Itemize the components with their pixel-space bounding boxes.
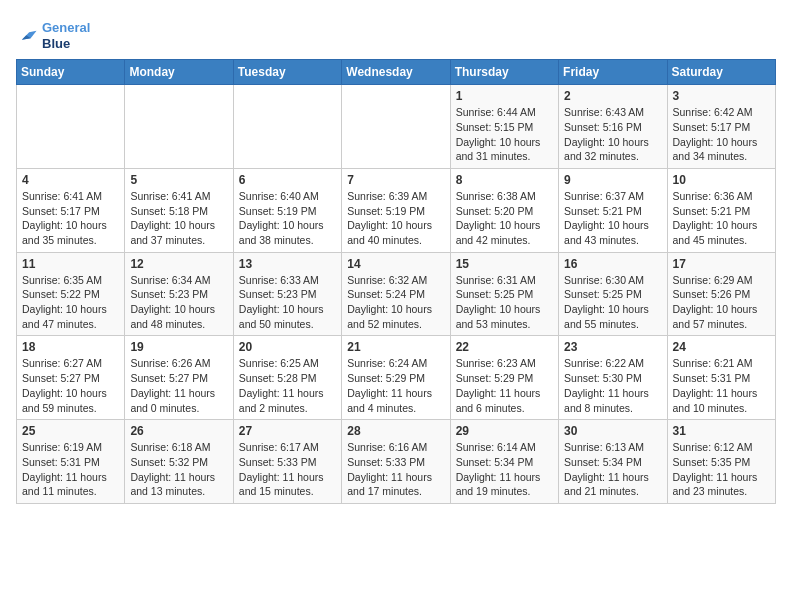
day-number: 12 [130, 257, 227, 271]
day-info: Sunrise: 6:34 AMSunset: 5:23 PMDaylight:… [130, 273, 227, 332]
calendar-cell: 4Sunrise: 6:41 AMSunset: 5:17 PMDaylight… [17, 168, 125, 252]
day-info: Sunrise: 6:17 AMSunset: 5:33 PMDaylight:… [239, 440, 336, 499]
calendar-cell: 28Sunrise: 6:16 AMSunset: 5:33 PMDayligh… [342, 420, 450, 504]
calendar-cell: 18Sunrise: 6:27 AMSunset: 5:27 PMDayligh… [17, 336, 125, 420]
calendar-cell: 22Sunrise: 6:23 AMSunset: 5:29 PMDayligh… [450, 336, 558, 420]
day-number: 23 [564, 340, 661, 354]
calendar-cell: 23Sunrise: 6:22 AMSunset: 5:30 PMDayligh… [559, 336, 667, 420]
calendar-week-row: 11Sunrise: 6:35 AMSunset: 5:22 PMDayligh… [17, 252, 776, 336]
calendar-cell: 14Sunrise: 6:32 AMSunset: 5:24 PMDayligh… [342, 252, 450, 336]
day-info: Sunrise: 6:41 AMSunset: 5:17 PMDaylight:… [22, 189, 119, 248]
day-of-week-header: Friday [559, 60, 667, 85]
calendar-cell: 1Sunrise: 6:44 AMSunset: 5:15 PMDaylight… [450, 85, 558, 169]
calendar-cell: 12Sunrise: 6:34 AMSunset: 5:23 PMDayligh… [125, 252, 233, 336]
calendar-cell [125, 85, 233, 169]
calendar-cell: 3Sunrise: 6:42 AMSunset: 5:17 PMDaylight… [667, 85, 775, 169]
day-number: 1 [456, 89, 553, 103]
day-number: 14 [347, 257, 444, 271]
day-number: 5 [130, 173, 227, 187]
day-number: 17 [673, 257, 770, 271]
day-info: Sunrise: 6:24 AMSunset: 5:29 PMDaylight:… [347, 356, 444, 415]
day-number: 10 [673, 173, 770, 187]
calendar-cell: 29Sunrise: 6:14 AMSunset: 5:34 PMDayligh… [450, 420, 558, 504]
calendar-cell: 19Sunrise: 6:26 AMSunset: 5:27 PMDayligh… [125, 336, 233, 420]
calendar-cell: 11Sunrise: 6:35 AMSunset: 5:22 PMDayligh… [17, 252, 125, 336]
calendar-cell: 15Sunrise: 6:31 AMSunset: 5:25 PMDayligh… [450, 252, 558, 336]
day-info: Sunrise: 6:21 AMSunset: 5:31 PMDaylight:… [673, 356, 770, 415]
day-number: 16 [564, 257, 661, 271]
day-number: 22 [456, 340, 553, 354]
day-info: Sunrise: 6:30 AMSunset: 5:25 PMDaylight:… [564, 273, 661, 332]
day-number: 9 [564, 173, 661, 187]
day-info: Sunrise: 6:39 AMSunset: 5:19 PMDaylight:… [347, 189, 444, 248]
calendar-cell: 2Sunrise: 6:43 AMSunset: 5:16 PMDaylight… [559, 85, 667, 169]
calendar-week-row: 1Sunrise: 6:44 AMSunset: 5:15 PMDaylight… [17, 85, 776, 169]
day-of-week-header: Saturday [667, 60, 775, 85]
day-info: Sunrise: 6:33 AMSunset: 5:23 PMDaylight:… [239, 273, 336, 332]
calendar-week-row: 25Sunrise: 6:19 AMSunset: 5:31 PMDayligh… [17, 420, 776, 504]
day-info: Sunrise: 6:38 AMSunset: 5:20 PMDaylight:… [456, 189, 553, 248]
day-number: 11 [22, 257, 119, 271]
day-info: Sunrise: 6:41 AMSunset: 5:18 PMDaylight:… [130, 189, 227, 248]
day-of-week-header: Sunday [17, 60, 125, 85]
day-of-week-header: Wednesday [342, 60, 450, 85]
day-info: Sunrise: 6:31 AMSunset: 5:25 PMDaylight:… [456, 273, 553, 332]
day-number: 15 [456, 257, 553, 271]
day-number: 29 [456, 424, 553, 438]
day-number: 25 [22, 424, 119, 438]
day-info: Sunrise: 6:29 AMSunset: 5:26 PMDaylight:… [673, 273, 770, 332]
day-number: 7 [347, 173, 444, 187]
day-number: 2 [564, 89, 661, 103]
day-info: Sunrise: 6:42 AMSunset: 5:17 PMDaylight:… [673, 105, 770, 164]
header: GeneralBlue [16, 16, 776, 51]
day-info: Sunrise: 6:23 AMSunset: 5:29 PMDaylight:… [456, 356, 553, 415]
day-info: Sunrise: 6:37 AMSunset: 5:21 PMDaylight:… [564, 189, 661, 248]
logo: GeneralBlue [16, 16, 90, 51]
day-info: Sunrise: 6:26 AMSunset: 5:27 PMDaylight:… [130, 356, 227, 415]
day-info: Sunrise: 6:25 AMSunset: 5:28 PMDaylight:… [239, 356, 336, 415]
calendar-cell: 16Sunrise: 6:30 AMSunset: 5:25 PMDayligh… [559, 252, 667, 336]
day-number: 8 [456, 173, 553, 187]
calendar-cell: 27Sunrise: 6:17 AMSunset: 5:33 PMDayligh… [233, 420, 341, 504]
calendar-cell: 21Sunrise: 6:24 AMSunset: 5:29 PMDayligh… [342, 336, 450, 420]
calendar-cell: 17Sunrise: 6:29 AMSunset: 5:26 PMDayligh… [667, 252, 775, 336]
day-number: 24 [673, 340, 770, 354]
calendar-cell: 24Sunrise: 6:21 AMSunset: 5:31 PMDayligh… [667, 336, 775, 420]
day-number: 27 [239, 424, 336, 438]
calendar-cell: 5Sunrise: 6:41 AMSunset: 5:18 PMDaylight… [125, 168, 233, 252]
calendar-cell: 25Sunrise: 6:19 AMSunset: 5:31 PMDayligh… [17, 420, 125, 504]
day-info: Sunrise: 6:19 AMSunset: 5:31 PMDaylight:… [22, 440, 119, 499]
calendar-cell: 10Sunrise: 6:36 AMSunset: 5:21 PMDayligh… [667, 168, 775, 252]
calendar-header-row: SundayMondayTuesdayWednesdayThursdayFrid… [17, 60, 776, 85]
day-of-week-header: Thursday [450, 60, 558, 85]
calendar-cell: 8Sunrise: 6:38 AMSunset: 5:20 PMDaylight… [450, 168, 558, 252]
day-info: Sunrise: 6:40 AMSunset: 5:19 PMDaylight:… [239, 189, 336, 248]
calendar-cell: 20Sunrise: 6:25 AMSunset: 5:28 PMDayligh… [233, 336, 341, 420]
day-number: 21 [347, 340, 444, 354]
calendar-cell: 26Sunrise: 6:18 AMSunset: 5:32 PMDayligh… [125, 420, 233, 504]
calendar-cell [233, 85, 341, 169]
day-info: Sunrise: 6:36 AMSunset: 5:21 PMDaylight:… [673, 189, 770, 248]
calendar-cell: 13Sunrise: 6:33 AMSunset: 5:23 PMDayligh… [233, 252, 341, 336]
calendar-cell: 9Sunrise: 6:37 AMSunset: 5:21 PMDaylight… [559, 168, 667, 252]
calendar-cell: 6Sunrise: 6:40 AMSunset: 5:19 PMDaylight… [233, 168, 341, 252]
day-info: Sunrise: 6:16 AMSunset: 5:33 PMDaylight:… [347, 440, 444, 499]
day-info: Sunrise: 6:35 AMSunset: 5:22 PMDaylight:… [22, 273, 119, 332]
logo-bird-icon [16, 25, 38, 47]
day-number: 4 [22, 173, 119, 187]
day-info: Sunrise: 6:43 AMSunset: 5:16 PMDaylight:… [564, 105, 661, 164]
day-info: Sunrise: 6:14 AMSunset: 5:34 PMDaylight:… [456, 440, 553, 499]
day-number: 6 [239, 173, 336, 187]
day-number: 30 [564, 424, 661, 438]
calendar-cell: 31Sunrise: 6:12 AMSunset: 5:35 PMDayligh… [667, 420, 775, 504]
day-number: 13 [239, 257, 336, 271]
day-number: 26 [130, 424, 227, 438]
day-info: Sunrise: 6:32 AMSunset: 5:24 PMDaylight:… [347, 273, 444, 332]
day-number: 19 [130, 340, 227, 354]
calendar-table: SundayMondayTuesdayWednesdayThursdayFrid… [16, 59, 776, 504]
logo-text: GeneralBlue [42, 20, 90, 51]
day-info: Sunrise: 6:13 AMSunset: 5:34 PMDaylight:… [564, 440, 661, 499]
day-number: 28 [347, 424, 444, 438]
calendar-cell [342, 85, 450, 169]
day-info: Sunrise: 6:22 AMSunset: 5:30 PMDaylight:… [564, 356, 661, 415]
